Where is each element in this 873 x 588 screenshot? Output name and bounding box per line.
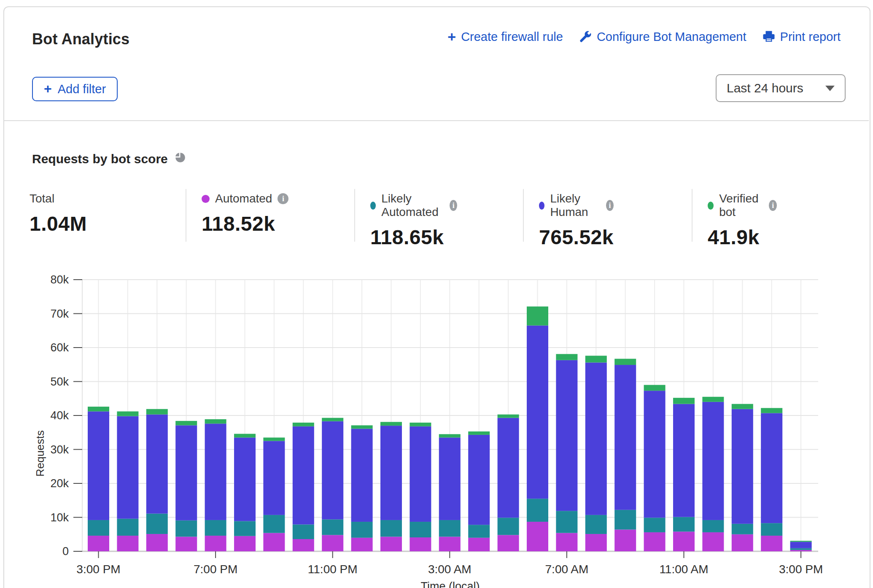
bar-segment-verified-bot <box>351 425 373 429</box>
bar-segment-verified-bot <box>88 407 109 411</box>
y-axis-tick-label: 10k <box>50 511 69 524</box>
stat-automated-value: 118.52k <box>202 212 288 235</box>
bar-segment-verified-bot <box>410 423 431 426</box>
x-axis-tick-label: 7:00 PM <box>194 563 237 576</box>
stat-likely-automated-label: Likely Automated <box>381 192 444 219</box>
bar-segment-likely-human <box>644 391 666 518</box>
bar-segment-likely-automated <box>673 517 695 532</box>
bar-segment-likely-human <box>468 435 490 525</box>
x-axis-tick-label: 3:00 PM <box>76 563 120 576</box>
bar-segment-automated <box>556 533 577 551</box>
create-firewall-rule-link[interactable]: + Create firewall rule <box>447 30 563 44</box>
time-range-value: Last 24 hours <box>727 81 803 95</box>
bar-segment-automated <box>293 539 314 551</box>
bar-segment-automated <box>439 537 461 551</box>
configure-bot-management-link[interactable]: Configure Bot Management <box>579 30 746 44</box>
bar-segment-likely-human <box>673 404 695 517</box>
bar-segment-automated <box>732 534 753 551</box>
bar-segment-likely-human <box>234 437 256 521</box>
stat-total-value: 1.04M <box>30 212 87 235</box>
bar-segment-verified-bot <box>644 385 666 391</box>
header-actions: + Create firewall rule Configure Bot Man… <box>447 30 841 44</box>
y-axis-tick-label: 60k <box>50 341 69 354</box>
y-axis-tick-label: 80k <box>50 273 69 286</box>
bar-segment-likely-human <box>293 426 314 525</box>
requests-by-bot-score-chart: 010k20k30k40k50k60k70k80k3:00 PM7:00 PM1… <box>0 266 873 588</box>
bar-segment-likely-automated <box>322 519 343 535</box>
print-report-label: Print report <box>780 30 841 44</box>
verified-bot-dot <box>708 202 714 210</box>
bar-segment-automated <box>673 531 695 551</box>
bar-segment-likely-automated <box>263 515 285 533</box>
bar-segment-automated <box>322 535 343 551</box>
bar-segment-likely-automated <box>410 522 431 537</box>
bar-segment-automated <box>644 532 666 551</box>
bar-segment-likely-human <box>88 411 109 520</box>
bar-segment-likely-human <box>702 402 724 520</box>
bar-segment-automated <box>527 522 548 551</box>
stat-likely-human-value: 765.52k <box>539 226 614 249</box>
bar-segment-likely-automated <box>146 514 168 534</box>
bar-segment-likely-human <box>614 365 636 510</box>
bar-segment-verified-bot <box>322 418 343 421</box>
bar-segment-verified-bot <box>498 415 519 418</box>
configure-bot-management-label: Configure Bot Management <box>597 30 746 44</box>
header-divider <box>4 120 869 121</box>
plus-icon: + <box>44 82 52 95</box>
x-axis-tick-label: 3:00 AM <box>428 563 472 576</box>
bar-segment-automated <box>117 536 138 551</box>
stat-verified-bot: Verified bot i 41.9k <box>708 192 777 249</box>
stat-divider <box>523 189 524 242</box>
bar-segment-likely-human <box>380 426 402 520</box>
section-title: Requests by bot score <box>32 152 186 166</box>
bar-segment-likely-automated <box>761 523 782 536</box>
section-title-label: Requests by bot score <box>32 152 168 166</box>
bar-segment-verified-bot <box>439 434 461 437</box>
x-axis-title: Time (local) <box>420 580 480 588</box>
stat-automated: Automated i 118.52k <box>202 192 288 235</box>
bar-segment-automated <box>146 534 168 551</box>
info-icon[interactable]: i <box>450 200 457 211</box>
wrench-icon <box>579 30 592 43</box>
bar-segment-verified-bot <box>117 411 138 416</box>
info-icon[interactable]: i <box>769 200 777 211</box>
bar-segment-automated <box>468 538 490 551</box>
bar-segment-automated <box>585 534 607 551</box>
bar-segment-automated <box>263 533 285 551</box>
bar-segment-likely-human <box>556 360 577 511</box>
bar-segment-likely-automated <box>205 520 226 536</box>
x-axis-tick-label: 3:00 PM <box>779 563 823 576</box>
bar-segment-likely-human <box>761 413 782 523</box>
bar-segment-verified-bot <box>293 423 314 426</box>
bar-segment-verified-bot <box>702 397 724 402</box>
bar-segment-verified-bot <box>585 356 607 362</box>
bar-segment-likely-automated <box>351 522 373 538</box>
bar-segment-automated <box>205 536 226 551</box>
bar-segment-likely-human <box>205 423 226 520</box>
bar-segment-likely-human <box>732 409 753 524</box>
bar-segment-automated <box>614 529 636 551</box>
bar-segment-automated <box>88 536 109 551</box>
bar-segment-likely-automated <box>614 510 636 530</box>
bar-segment-automated <box>702 532 724 551</box>
bar-segment-likely-automated <box>732 524 753 534</box>
print-report-link[interactable]: Print report <box>763 30 841 44</box>
y-axis-tick-label: 50k <box>50 375 69 388</box>
bar-segment-automated <box>761 536 782 551</box>
y-axis-tick-label: 70k <box>50 307 69 320</box>
info-icon[interactable]: i <box>278 193 288 204</box>
x-axis-tick-label: 7:00 AM <box>545 563 589 576</box>
stat-divider <box>692 189 692 242</box>
stat-likely-human-label: Likely Human <box>550 192 600 219</box>
bar-segment-likely-human <box>410 426 431 522</box>
x-axis-tick-label: 11:00 PM <box>308 563 358 576</box>
bar-segment-likely-automated <box>380 520 402 537</box>
time-range-dropdown[interactable]: Last 24 hours <box>716 74 846 102</box>
info-icon[interactable]: i <box>606 200 614 211</box>
printer-icon <box>763 30 775 43</box>
bar-segment-likely-automated <box>556 511 577 533</box>
bar-segment-verified-bot <box>556 354 577 360</box>
bar-segment-likely-automated <box>585 515 607 534</box>
bar-segment-automated <box>790 550 812 551</box>
add-filter-button[interactable]: + Add filter <box>32 77 118 101</box>
